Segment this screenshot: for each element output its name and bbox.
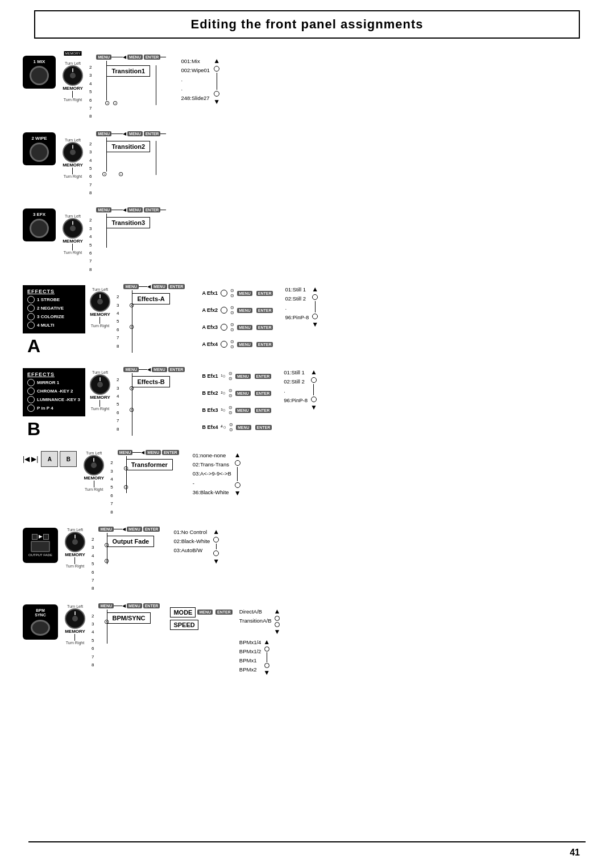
wipe-button[interactable]: 2 WIPE bbox=[23, 132, 56, 165]
menu-btn-wipe[interactable]: MENU bbox=[96, 131, 111, 136]
mix-button[interactable]: 1 MIX bbox=[23, 56, 56, 89]
row-effects-b: EFFECTS MIRROR 1 CHROMA -KEY 2 LUMINANCE… bbox=[23, 368, 591, 440]
menu-btn-t1[interactable]: MENU bbox=[127, 55, 143, 60]
row-effects-a: EFFECTS 1 STROBE 2 NEGATIVE 3 COLORIZE 4… bbox=[23, 285, 591, 357]
bottom-line bbox=[28, 841, 586, 842]
row-mix: 1 MIX MEMORY Turn Left MEMORY Turn Right… bbox=[23, 56, 591, 121]
row-efx: 3 EFX Turn Left MEMORY Turn Right 2 3 4 … bbox=[23, 208, 591, 274]
efx-button[interactable]: 3 EFX bbox=[23, 208, 56, 241]
row-wipe: 2 WIPE Turn Left MEMORY Turn Right 2 3 4… bbox=[23, 132, 591, 198]
page-title: Editing the front panel assignments bbox=[35, 17, 579, 32]
row-transformer: |◀ ▶| A B Turn Left MEMORY Turn Right 2 … bbox=[23, 451, 591, 516]
row-output-fade: ▶ OUTPUT FADE Turn Left MEMORY Turn Righ… bbox=[23, 528, 591, 593]
menu-btn-mix[interactable]: MENU bbox=[96, 55, 111, 60]
output-fade-button[interactable]: ▶ OUTPUT FADE bbox=[23, 528, 58, 563]
page-number: 41 bbox=[570, 848, 580, 858]
page-title-box: Editing the front panel assignments bbox=[34, 10, 580, 39]
row-bpm-sync: BPMSYNC Turn Left MEMORY Turn Right 2 3 … bbox=[23, 604, 591, 677]
enter-btn-t1[interactable]: ENTER bbox=[144, 55, 161, 60]
bpm-sync-button[interactable]: BPMSYNC bbox=[23, 604, 58, 640]
